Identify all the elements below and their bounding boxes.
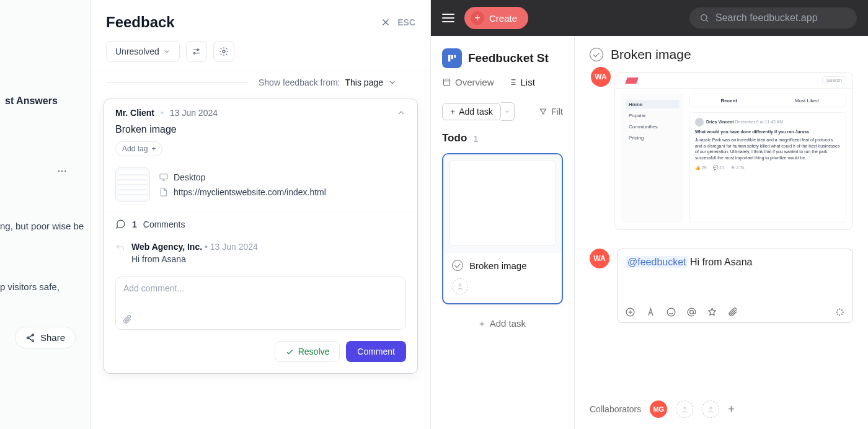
- comments-bar[interactable]: 1 Comments: [104, 211, 417, 237]
- feedback-card[interactable]: Mr. Client • 13 Jun 2024 Broken image Ad…: [104, 99, 418, 374]
- create-button[interactable]: + Create: [464, 7, 528, 29]
- mini-sidebar: Home Popular Communities Pricing: [621, 94, 683, 223]
- add-task-link-label: Add task: [490, 318, 526, 329]
- mini-nav-item: Communities: [625, 122, 680, 131]
- list-icon: [508, 77, 517, 87]
- page-icon: [159, 187, 169, 197]
- tab-list-label: List: [521, 77, 535, 87]
- menu-icon[interactable]: [442, 14, 454, 22]
- task-card[interactable]: Broken image: [442, 153, 563, 304]
- emoji-icon[interactable]: [666, 307, 676, 317]
- add-task-button[interactable]: + Add task: [442, 103, 501, 120]
- comment-placeholder: Add comment...: [123, 283, 184, 293]
- mini-body: Jurassic Park was an incredible idea and…: [695, 137, 841, 161]
- detail-comment-input[interactable]: @feedbucket Hi from Asana: [617, 249, 853, 323]
- plus-icon: +: [151, 144, 156, 153]
- svg-point-2: [64, 170, 66, 172]
- platform-label: Desktop: [174, 172, 205, 182]
- project-name[interactable]: Feedbucket St: [468, 51, 549, 65]
- detail-screenshot[interactable]: Search Home Popular Communities Pricing …: [614, 72, 853, 230]
- left-snippet-2: p visitors safe,: [0, 278, 84, 297]
- asana-topbar: + Create Search feedbucket.app: [431, 0, 868, 36]
- column-title: Todo: [442, 132, 467, 144]
- attachment-icon[interactable]: [122, 314, 132, 324]
- comments-label: Comments: [143, 219, 185, 229]
- svg-point-18: [690, 311, 694, 314]
- url-row[interactable]: https://myclientswebsite.com/index.html: [159, 187, 326, 197]
- overview-icon: [442, 77, 451, 87]
- collaborators-label: Collaborators: [590, 404, 641, 414]
- filter-icon: [539, 107, 547, 116]
- text-format-icon[interactable]: [645, 307, 656, 317]
- add-collaborator-icon[interactable]: [702, 400, 719, 418]
- collaborators-row: Collaborators MG +: [590, 388, 853, 418]
- mini-comments: 11: [720, 166, 725, 170]
- chevron-down-icon: [163, 48, 170, 55]
- board-column: Feedbucket St Overview List + Add task: [431, 36, 575, 429]
- mini-nav-item: Pricing: [625, 133, 680, 142]
- answers-heading: st Answers: [0, 87, 84, 115]
- filter-value[interactable]: This page: [345, 77, 383, 87]
- svg-rect-9: [160, 174, 167, 179]
- status-label: Unresolved: [115, 46, 159, 56]
- reply-item: Web Agency, Inc. • 13 Jun 2024 Hi from A…: [104, 237, 417, 272]
- add-collaborator-icon[interactable]: [676, 400, 693, 418]
- add-tag-button[interactable]: Add tag +: [115, 141, 162, 156]
- attachment-icon[interactable]: [727, 307, 738, 317]
- assignee-placeholder-icon[interactable]: [452, 278, 468, 294]
- plus-icon: +: [471, 11, 484, 25]
- filter-sliders-icon[interactable]: [186, 41, 207, 62]
- add-tag-label: Add tag: [122, 144, 148, 153]
- filter-button[interactable]: Filt: [539, 107, 563, 117]
- project-icon: [442, 48, 462, 68]
- reply-text: Hi from Asana: [131, 254, 258, 264]
- collaborator-avatar[interactable]: MG: [650, 400, 667, 418]
- more-icon[interactable]: [52, 161, 72, 181]
- detail-title: Broken image: [611, 47, 691, 62]
- star-icon[interactable]: [707, 307, 717, 317]
- mention-chip[interactable]: @feedbucket: [626, 256, 688, 268]
- resolve-button[interactable]: Resolve: [275, 341, 340, 362]
- mini-tab: Recent: [690, 94, 768, 107]
- collapse-icon[interactable]: [396, 108, 406, 118]
- svg-point-0: [58, 170, 60, 172]
- tab-overview-label: Overview: [455, 77, 494, 87]
- chevron-down-icon[interactable]: [388, 78, 397, 87]
- add-task-dropdown[interactable]: [501, 102, 515, 121]
- column-header[interactable]: Todo 1: [442, 132, 563, 144]
- reply-author: Web Agency, Inc.: [131, 242, 202, 252]
- svg-point-17: [667, 308, 675, 316]
- search-input[interactable]: Search feedbucket.app: [689, 7, 857, 29]
- complete-toggle-icon[interactable]: [590, 48, 603, 61]
- screenshot-thumbnail[interactable]: [115, 167, 150, 202]
- left-partial-column: st Answers ng, but poor wise been one p …: [0, 0, 91, 429]
- insert-icon[interactable]: [625, 307, 636, 317]
- comments-count: 1: [132, 219, 137, 229]
- comment-input[interactable]: Add comment...: [115, 276, 406, 330]
- feedback-date: 13 Jun 2024: [170, 108, 218, 118]
- column-count: 1: [473, 133, 478, 144]
- ai-sparkle-icon[interactable]: [835, 307, 845, 317]
- status-filter-button[interactable]: Unresolved: [106, 41, 180, 62]
- add-collaborator-plus[interactable]: +: [728, 403, 735, 416]
- create-label: Create: [489, 13, 517, 24]
- svg-point-4: [27, 337, 29, 338]
- close-icon[interactable]: [380, 17, 391, 28]
- mini-views: 2.7k: [736, 166, 744, 170]
- settings-gear-icon[interactable]: [213, 41, 234, 62]
- complete-toggle-icon[interactable]: [452, 260, 463, 271]
- comment-button[interactable]: Comment: [346, 341, 406, 362]
- share-button[interactable]: Share: [15, 327, 76, 348]
- esc-label: ESC: [397, 17, 415, 27]
- mention-icon[interactable]: [686, 307, 697, 317]
- svg-point-1: [61, 170, 63, 172]
- tab-list[interactable]: List: [508, 77, 535, 91]
- left-snippet-1: ng, but poor wise been one: [0, 217, 84, 236]
- svg-rect-11: [448, 55, 450, 62]
- tab-overview[interactable]: Overview: [442, 77, 494, 91]
- reply-date: 13 Jun 2024: [210, 242, 258, 252]
- svg-point-19: [684, 407, 686, 409]
- svg-rect-12: [451, 55, 453, 60]
- add-task-link[interactable]: + Add task: [442, 318, 563, 329]
- mini-question: What would you have done differently if …: [695, 129, 841, 135]
